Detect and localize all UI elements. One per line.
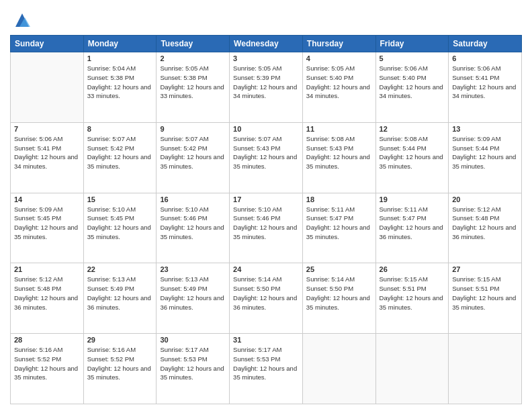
logo-icon <box>13 11 32 30</box>
daylight-label: Daylight: 12 hours and 36 minutes. <box>87 294 151 311</box>
calendar-table: SundayMondayTuesdayWednesdayThursdayFrid… <box>10 35 522 404</box>
sunrise-label: Sunrise: 5:09 AM <box>452 135 500 142</box>
day-info: Sunrise: 5:12 AM Sunset: 5:48 PM Dayligh… <box>452 205 518 242</box>
daylight-label: Daylight: 12 hours and 36 minutes. <box>160 294 224 311</box>
daylight-label: Daylight: 12 hours and 36 minutes. <box>380 224 443 240</box>
day-cell <box>375 334 449 404</box>
logo <box>10 9 32 30</box>
day-cell: 23 Sunrise: 5:13 AM Sunset: 5:49 PM Dayl… <box>157 263 230 334</box>
day-cell: 3 Sunrise: 5:05 AM Sunset: 5:39 PM Dayli… <box>230 52 303 123</box>
day-info: Sunrise: 5:10 AM Sunset: 5:46 PM Dayligh… <box>233 205 299 242</box>
sunrise-label: Sunrise: 5:07 AM <box>160 135 208 142</box>
day-cell: 22 Sunrise: 5:13 AM Sunset: 5:49 PM Dayl… <box>83 263 157 334</box>
day-number: 24 <box>233 265 299 273</box>
day-number: 19 <box>380 195 445 203</box>
sunrise-label: Sunrise: 5:07 AM <box>87 135 136 142</box>
day-info: Sunrise: 5:14 AM Sunset: 5:50 PM Dayligh… <box>233 275 299 312</box>
day-info: Sunrise: 5:04 AM Sunset: 5:38 PM Dayligh… <box>87 64 153 101</box>
day-number: 31 <box>233 336 299 344</box>
day-number: 3 <box>233 54 299 62</box>
sunset-label: Sunset: 5:52 PM <box>14 355 61 363</box>
day-cell: 9 Sunrise: 5:07 AM Sunset: 5:42 PM Dayli… <box>157 122 230 193</box>
sunrise-label: Sunrise: 5:05 AM <box>160 64 208 72</box>
daylight-label: Daylight: 12 hours and 35 minutes. <box>14 365 78 381</box>
day-info: Sunrise: 5:17 AM Sunset: 5:53 PM Dayligh… <box>160 345 226 382</box>
daylight-label: Daylight: 12 hours and 35 minutes. <box>87 153 151 170</box>
daylight-label: Daylight: 12 hours and 34 minutes. <box>14 153 78 170</box>
day-number: 18 <box>306 195 372 203</box>
sunset-label: Sunset: 5:48 PM <box>452 214 499 222</box>
day-number: 11 <box>306 125 372 133</box>
daylight-label: Daylight: 12 hours and 34 minutes. <box>233 83 297 100</box>
sunrise-label: Sunrise: 5:15 AM <box>380 275 428 283</box>
daylight-label: Daylight: 12 hours and 35 minutes. <box>87 365 151 381</box>
sunset-label: Sunset: 5:51 PM <box>380 285 427 292</box>
sunset-label: Sunset: 5:49 PM <box>87 285 134 292</box>
sunset-label: Sunset: 5:42 PM <box>160 144 207 152</box>
sunrise-label: Sunrise: 5:15 AM <box>452 275 500 283</box>
weekday-header-monday: Monday <box>83 36 157 52</box>
day-cell: 26 Sunrise: 5:15 AM Sunset: 5:51 PM Dayl… <box>375 263 449 334</box>
sunrise-label: Sunrise: 5:10 AM <box>160 205 208 213</box>
sunset-label: Sunset: 5:48 PM <box>14 285 61 292</box>
day-number: 17 <box>233 195 299 203</box>
sunrise-label: Sunrise: 5:11 AM <box>380 205 428 213</box>
daylight-label: Daylight: 12 hours and 35 minutes. <box>233 153 297 170</box>
day-cell: 16 Sunrise: 5:10 AM Sunset: 5:46 PM Dayl… <box>157 193 230 263</box>
daylight-label: Daylight: 12 hours and 35 minutes. <box>380 294 443 311</box>
daylight-label: Daylight: 12 hours and 35 minutes. <box>160 365 224 381</box>
sunset-label: Sunset: 5:50 PM <box>306 285 353 292</box>
day-cell <box>302 334 375 404</box>
sunset-label: Sunset: 5:44 PM <box>452 144 499 152</box>
sunrise-label: Sunrise: 5:16 AM <box>14 346 62 353</box>
day-cell: 4 Sunrise: 5:05 AM Sunset: 5:40 PM Dayli… <box>302 52 375 123</box>
day-cell: 28 Sunrise: 5:16 AM Sunset: 5:52 PM Dayl… <box>11 334 84 404</box>
sunset-label: Sunset: 5:53 PM <box>233 355 280 363</box>
day-number: 14 <box>14 195 80 203</box>
daylight-label: Daylight: 12 hours and 34 minutes. <box>306 83 370 100</box>
daylight-label: Daylight: 12 hours and 35 minutes. <box>452 294 516 311</box>
day-info: Sunrise: 5:07 AM Sunset: 5:43 PM Dayligh… <box>233 134 299 171</box>
weekday-header-tuesday: Tuesday <box>157 36 230 52</box>
day-info: Sunrise: 5:07 AM Sunset: 5:42 PM Dayligh… <box>87 134 153 171</box>
day-number: 16 <box>160 195 226 203</box>
sunrise-label: Sunrise: 5:09 AM <box>14 205 62 213</box>
sunrise-label: Sunrise: 5:08 AM <box>306 135 355 142</box>
day-number: 13 <box>452 125 518 133</box>
daylight-label: Daylight: 12 hours and 34 minutes. <box>380 83 443 100</box>
day-cell: 21 Sunrise: 5:12 AM Sunset: 5:48 PM Dayl… <box>11 263 84 334</box>
day-info: Sunrise: 5:13 AM Sunset: 5:49 PM Dayligh… <box>87 275 153 312</box>
daylight-label: Daylight: 12 hours and 34 minutes. <box>452 83 516 100</box>
day-cell: 6 Sunrise: 5:06 AM Sunset: 5:41 PM Dayli… <box>449 52 522 123</box>
day-number: 10 <box>233 125 299 133</box>
day-number: 12 <box>380 125 445 133</box>
sunset-label: Sunset: 5:43 PM <box>233 144 280 152</box>
daylight-label: Daylight: 12 hours and 35 minutes. <box>452 153 516 170</box>
sunrise-label: Sunrise: 5:06 AM <box>14 135 62 142</box>
day-number: 29 <box>87 336 153 344</box>
daylight-label: Daylight: 12 hours and 35 minutes. <box>380 153 443 170</box>
day-cell: 15 Sunrise: 5:10 AM Sunset: 5:45 PM Dayl… <box>83 193 157 263</box>
sunrise-label: Sunrise: 5:08 AM <box>380 135 428 142</box>
sunset-label: Sunset: 5:38 PM <box>87 74 134 81</box>
sunset-label: Sunset: 5:49 PM <box>160 285 207 292</box>
sunset-label: Sunset: 5:47 PM <box>380 214 427 222</box>
sunrise-label: Sunrise: 5:06 AM <box>380 64 428 72</box>
sunset-label: Sunset: 5:42 PM <box>87 144 134 152</box>
day-info: Sunrise: 5:11 AM Sunset: 5:47 PM Dayligh… <box>306 205 372 242</box>
day-number: 7 <box>14 125 80 133</box>
sunset-label: Sunset: 5:39 PM <box>233 74 280 81</box>
day-cell <box>11 52 84 123</box>
sunrise-label: Sunrise: 5:10 AM <box>233 205 281 213</box>
week-row-3: 21 Sunrise: 5:12 AM Sunset: 5:48 PM Dayl… <box>11 263 522 334</box>
day-number: 22 <box>87 265 153 273</box>
daylight-label: Daylight: 12 hours and 36 minutes. <box>452 224 516 240</box>
day-number: 27 <box>452 265 518 273</box>
day-cell: 31 Sunrise: 5:17 AM Sunset: 5:53 PM Dayl… <box>230 334 303 404</box>
sunrise-label: Sunrise: 5:04 AM <box>87 64 136 72</box>
daylight-label: Daylight: 12 hours and 35 minutes. <box>306 224 370 240</box>
day-cell: 5 Sunrise: 5:06 AM Sunset: 5:40 PM Dayli… <box>375 52 449 123</box>
day-number: 30 <box>160 336 226 344</box>
daylight-label: Daylight: 12 hours and 33 minutes. <box>87 83 151 100</box>
daylight-label: Daylight: 12 hours and 35 minutes. <box>87 224 151 240</box>
